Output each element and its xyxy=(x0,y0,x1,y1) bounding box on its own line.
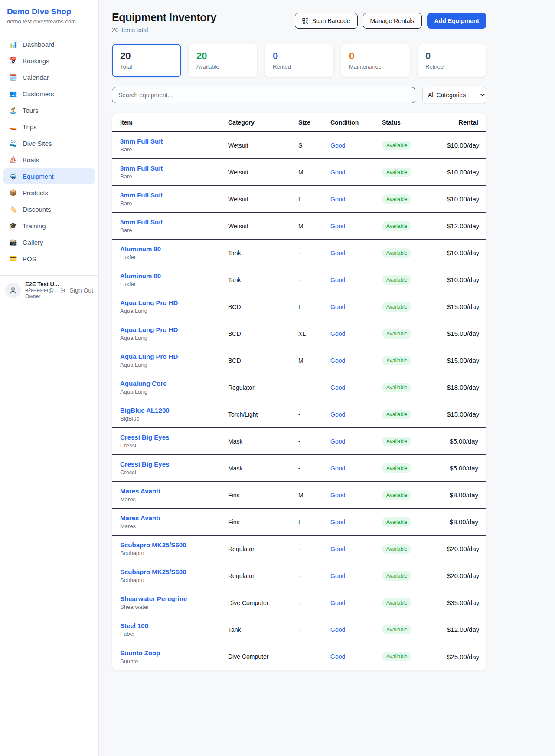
avatar xyxy=(5,283,21,298)
condition-link[interactable]: Good xyxy=(330,384,345,391)
stat-card-rented[interactable]: 0 Rented xyxy=(264,44,334,77)
condition-link[interactable]: Good xyxy=(330,572,345,579)
rental-cell: $12.00/day xyxy=(447,222,479,230)
item-cell: Shearwater Peregrine Shearwater xyxy=(120,595,228,610)
condition-link[interactable]: Good xyxy=(330,411,345,418)
item-name-link[interactable]: Cressi Big Eyes xyxy=(120,434,228,441)
condition-link[interactable]: Good xyxy=(330,465,345,472)
sidebar-item-pos[interactable]: 💳 POS xyxy=(3,251,95,266)
stat-card-retired[interactable]: 0 Retired xyxy=(417,44,486,77)
condition-link[interactable]: Good xyxy=(330,223,345,230)
condition-link[interactable]: Good xyxy=(330,438,345,445)
item-name-link[interactable]: Aluminum 80 xyxy=(120,272,228,279)
user-role: Owner xyxy=(25,293,56,299)
item-name-link[interactable]: 5mm Full Suit xyxy=(120,218,228,226)
sign-out-button[interactable]: Sign Out xyxy=(60,287,93,294)
sidebar-item-training[interactable]: 🎓 Training xyxy=(3,218,95,233)
manage-rentals-button[interactable]: Manage Rentals xyxy=(363,13,422,29)
item-name-link[interactable]: Scubapro MK25/S600 xyxy=(120,568,228,575)
category-cell: Dive Computer xyxy=(228,653,298,660)
condition-link[interactable]: Good xyxy=(330,330,345,337)
sidebar-item-dive-sites[interactable]: 🌊 Dive Sites xyxy=(3,135,95,151)
category-cell: Regulator xyxy=(228,546,298,552)
scan-barcode-button[interactable]: Scan Barcode xyxy=(295,13,358,29)
sign-out-label: Sign Out xyxy=(70,287,93,294)
rental-cell: $10.00/day xyxy=(447,141,479,149)
condition-link[interactable]: Good xyxy=(330,653,345,660)
rental-cell: $15.00/day xyxy=(447,330,479,337)
search-input[interactable] xyxy=(112,87,415,103)
category-cell: Regulator xyxy=(228,572,298,579)
dive-sites-icon: 🌊 xyxy=(9,139,17,147)
status-badge: Available xyxy=(382,571,411,581)
condition-link[interactable]: Good xyxy=(330,169,345,176)
sidebar-item-label: Equipment xyxy=(23,173,54,180)
status-cell: Available xyxy=(382,248,447,258)
item-name-link[interactable]: Shearwater Peregrine xyxy=(120,595,228,602)
size-cell: M xyxy=(298,223,330,230)
stat-card-available[interactable]: 20 Available xyxy=(188,44,258,77)
sidebar-item-gallery[interactable]: 📸 Gallery xyxy=(3,234,95,250)
item-name-link[interactable]: Scubapro MK25/S600 xyxy=(120,541,228,549)
item-cell: Aqualung Core Aqua Lung xyxy=(120,380,228,395)
item-name-link[interactable]: Steel 100 xyxy=(120,622,228,629)
user-meta: E2E Test U... e2e-tester@... Owner xyxy=(25,281,56,299)
sidebar-item-equipment[interactable]: 🤿 Equipment xyxy=(3,168,95,184)
brand-name[interactable]: Demo Dive Shop xyxy=(7,7,91,16)
condition-cell: Good xyxy=(330,599,382,607)
condition-link[interactable]: Good xyxy=(330,357,345,364)
rental-cell: $10.00/day xyxy=(447,168,479,176)
manage-rentals-label: Manage Rentals xyxy=(370,17,415,24)
condition-link[interactable]: Good xyxy=(330,626,345,633)
status-badge: Available xyxy=(382,598,411,608)
item-name-link[interactable]: Mares Avanti xyxy=(120,514,228,522)
products-icon: 📦 xyxy=(9,189,17,197)
stat-card-maintenance[interactable]: 0 Maintenance xyxy=(341,44,410,77)
discounts-icon: 🏷️ xyxy=(9,205,17,213)
sidebar-item-calendar[interactable]: 🗓️ Calendar xyxy=(3,69,95,85)
item-name-link[interactable]: BigBlue AL1200 xyxy=(120,407,228,414)
item-name-link[interactable]: 3mm Full Suit xyxy=(120,191,228,199)
item-name-link[interactable]: Aluminum 80 xyxy=(120,245,228,253)
item-name-link[interactable]: Aqua Lung Pro HD xyxy=(120,299,228,306)
condition-link[interactable]: Good xyxy=(330,492,345,499)
condition-link[interactable]: Good xyxy=(330,142,345,149)
size-cell: S xyxy=(298,142,330,149)
sidebar-item-trips[interactable]: 🚤 Trips xyxy=(3,119,95,135)
rental-cell: $8.00/day xyxy=(447,491,478,499)
item-name-link[interactable]: Cressi Big Eyes xyxy=(120,460,228,468)
item-name-link[interactable]: 3mm Full Suit xyxy=(120,164,228,172)
condition-link[interactable]: Good xyxy=(330,276,345,283)
condition-link[interactable]: Good xyxy=(330,196,345,203)
category-select[interactable]: All Categories xyxy=(422,87,486,103)
sidebar-item-dashboard[interactable]: 📊 Dashboard xyxy=(3,36,95,52)
item-name-link[interactable]: Suunto Zoop xyxy=(120,649,228,657)
item-cell: Scubapro MK25/S600 Scubapro xyxy=(120,568,228,583)
sidebar-item-bookings[interactable]: 📅 Bookings xyxy=(3,53,95,69)
item-name-link[interactable]: Mares Avanti xyxy=(120,487,228,495)
size-cell: - xyxy=(298,572,330,579)
user-box: E2E Test U... e2e-tester@... Owner Sign … xyxy=(0,275,98,305)
status-badge: Available xyxy=(382,329,411,339)
condition-link[interactable]: Good xyxy=(330,519,345,526)
stat-card-total[interactable]: 20 Total xyxy=(112,44,181,77)
status-badge: Available xyxy=(382,544,411,554)
sidebar-item-products[interactable]: 📦 Products xyxy=(3,185,95,201)
sidebar-item-label: Bookings xyxy=(23,57,49,65)
item-name-link[interactable]: Aqualung Core xyxy=(120,380,228,387)
condition-link[interactable]: Good xyxy=(330,599,345,606)
item-name-link[interactable]: Aqua Lung Pro HD xyxy=(120,326,228,333)
item-name-link[interactable]: Aqua Lung Pro HD xyxy=(120,353,228,360)
condition-link[interactable]: Good xyxy=(330,303,345,310)
condition-cell: Good xyxy=(330,491,382,499)
condition-link[interactable]: Good xyxy=(330,250,345,256)
add-equipment-button[interactable]: Add Equipment xyxy=(427,13,486,29)
item-name-link[interactable]: 3mm Full Suit xyxy=(120,138,228,145)
sidebar-item-tours[interactable]: 🏝️ Tours xyxy=(3,102,95,118)
condition-link[interactable]: Good xyxy=(330,546,345,552)
table-body: 3mm Full Suit Bare Wetsuit S Good Availa… xyxy=(112,132,486,670)
sidebar-item-customers[interactable]: 👥 Customers xyxy=(3,86,95,102)
sidebar-item-discounts[interactable]: 🏷️ Discounts xyxy=(3,201,95,217)
sidebar-item-boats[interactable]: ⛵ Boats xyxy=(3,152,95,168)
col-header-item: Item xyxy=(120,119,228,126)
